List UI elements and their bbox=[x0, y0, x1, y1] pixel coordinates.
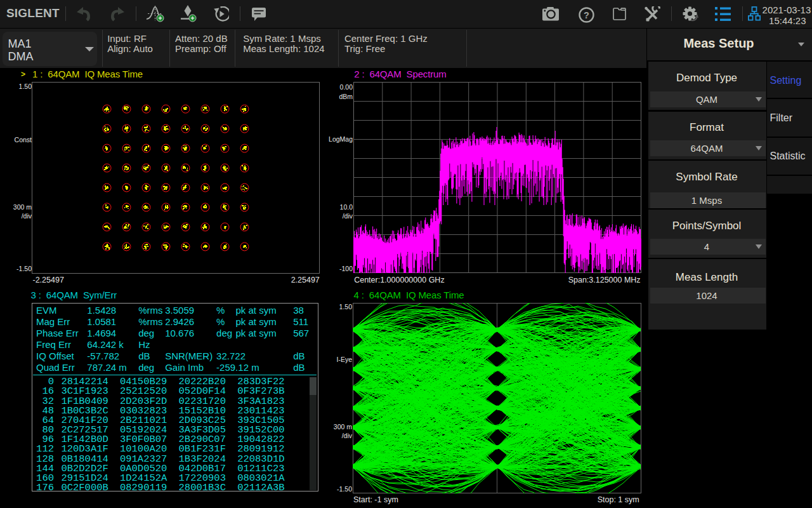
svg-text:?: ? bbox=[584, 10, 589, 20]
